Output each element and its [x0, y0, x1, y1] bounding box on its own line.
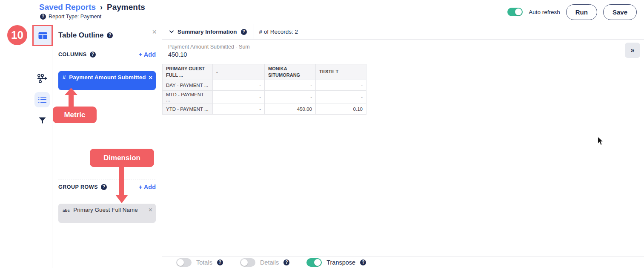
- help-icon[interactable]: ?: [40, 14, 46, 20]
- metric-summary-name: Payment Amount Submitted - Sum: [168, 44, 250, 50]
- details-label: Details: [260, 259, 279, 266]
- transpose-label: Transpose: [326, 259, 355, 266]
- dimension-chip-primary-guest-full-name[interactable]: abc Primary Guest Full Name ×: [58, 204, 156, 223]
- table-cell: -: [213, 90, 265, 104]
- transpose-toggle-group: Transpose ?: [306, 258, 366, 267]
- column-header[interactable]: TESTE T: [316, 64, 366, 80]
- top-header: Saved Reports › Payments ? Report Type: …: [0, 0, 644, 24]
- dimension-annotation-callout: Dimension: [90, 149, 154, 167]
- report-type-row: ? Report Type: Payment: [40, 14, 101, 20]
- filter-nav-button[interactable]: [32, 117, 52, 124]
- numeric-field-icon: #: [63, 74, 66, 81]
- toggle-knob: [241, 259, 248, 266]
- help-icon[interactable]: ?: [107, 32, 113, 38]
- dimension-chip-label: Primary Guest Full Name: [73, 206, 146, 214]
- transpose-toggle[interactable]: [306, 258, 322, 267]
- summary-title: Summary Information: [177, 29, 237, 35]
- breadcrumb-separator-icon: ›: [100, 3, 103, 12]
- totals-label: Totals: [196, 259, 212, 266]
- table-header-row: PRIMARY GUEST FULL ... - MONIKA SITUMORA…: [163, 64, 366, 80]
- filter-icon: [39, 117, 46, 124]
- breadcrumb: Saved Reports › Payments: [39, 3, 145, 12]
- group-rows-label: GROUP ROWS: [58, 184, 98, 190]
- table-icon: [38, 32, 47, 39]
- columns-add-button[interactable]: + Add: [139, 51, 156, 58]
- table-cell: -: [213, 104, 265, 114]
- metric-arrow-head: [65, 88, 77, 95]
- breadcrumb-saved-reports-link[interactable]: Saved Reports: [39, 3, 96, 12]
- remove-dimension-icon[interactable]: ×: [149, 206, 152, 214]
- save-button[interactable]: Save: [603, 4, 637, 20]
- flow-branch-icon: [37, 74, 48, 84]
- table-cell: -: [316, 90, 366, 104]
- totals-toggle[interactable]: [176, 258, 192, 267]
- help-icon[interactable]: ?: [241, 29, 247, 35]
- table-cell: -: [265, 80, 316, 90]
- chevron-down-icon: [169, 30, 174, 33]
- metric-chip-label: Payment Amount Submitted: [69, 74, 146, 81]
- columns-label: COLUMNS: [58, 52, 87, 58]
- help-icon[interactable]: ?: [90, 52, 96, 58]
- left-icon-rail: [32, 24, 52, 268]
- dimension-arrow-shaft: [119, 166, 124, 195]
- text-field-icon: abc: [63, 208, 70, 213]
- table-outline-nav-button[interactable]: [32, 25, 53, 46]
- metric-summary-card: Payment Amount Submitted - Sum 450.10: [168, 44, 250, 58]
- remove-metric-icon[interactable]: ×: [149, 74, 152, 81]
- help-icon[interactable]: ?: [360, 259, 366, 265]
- column-header[interactable]: MONIKA SITUMORANG: [265, 64, 316, 80]
- details-toggle[interactable]: [240, 258, 255, 267]
- header-actions: Auto refresh Run Save: [507, 3, 637, 20]
- metric-chip-payment-amount-submitted[interactable]: # Payment Amount Submitted ×: [58, 71, 156, 90]
- table-cell: 450.00: [265, 104, 316, 114]
- results-table: PRIMARY GUEST FULL ... - MONIKA SITUMORA…: [162, 64, 366, 115]
- metric-summary-value: 450.10: [168, 51, 250, 58]
- summary-information-toggle[interactable]: Summary Information ?: [162, 24, 247, 39]
- list-nav-button[interactable]: [34, 92, 50, 107]
- group-rows-add-button[interactable]: + Add: [139, 184, 156, 190]
- pivot-nav-button[interactable]: [32, 74, 52, 84]
- group-rows-section-header: GROUP ROWS ? + Add: [58, 184, 156, 190]
- step-number-badge: 10: [7, 25, 27, 45]
- report-type-label: Report Type: Payment: [49, 14, 101, 20]
- table-cell: 0.10: [316, 104, 366, 114]
- table-cell: -: [265, 90, 316, 104]
- panel-title-row: Table Outline ?: [58, 31, 113, 40]
- row-label: YTD - PAYMENT ...: [163, 104, 213, 114]
- row-label: DAY - PAYMENT ...: [163, 80, 213, 90]
- list-icon: [38, 96, 46, 103]
- summary-information-bar: Summary Information ? # of Records: 2: [162, 24, 644, 40]
- table-row: MTD - PAYMENT ... - - -: [163, 90, 366, 104]
- help-icon[interactable]: ?: [217, 259, 223, 265]
- metric-annotation-callout: Metric: [53, 107, 97, 123]
- breadcrumb-current-page: Payments: [107, 3, 145, 12]
- table-options-bar: Totals ? Details ? Transpose ?: [162, 256, 644, 268]
- toggle-knob: [177, 259, 184, 266]
- panel-section-divider: [58, 179, 155, 179]
- row-label: MTD - PAYMENT ...: [163, 90, 213, 104]
- report-builder-screen: Saved Reports › Payments ? Report Type: …: [0, 0, 644, 268]
- column-header[interactable]: PRIMARY GUEST FULL ...: [163, 64, 213, 80]
- record-count: # of Records: 2: [254, 29, 298, 35]
- dimension-arrow-head: [115, 195, 128, 203]
- collapse-panel-button[interactable]: »: [625, 43, 640, 58]
- auto-refresh-toggle[interactable]: [507, 8, 523, 16]
- rail-divider: [36, 56, 49, 56]
- help-icon[interactable]: ?: [283, 259, 289, 265]
- toggle-knob: [515, 9, 522, 15]
- column-header[interactable]: -: [213, 64, 265, 80]
- double-chevron-right-icon: »: [631, 46, 635, 54]
- details-toggle-group: Details ?: [240, 258, 289, 267]
- columns-section-header: COLUMNS ? + Add: [58, 51, 156, 58]
- help-icon[interactable]: ?: [101, 184, 107, 190]
- mouse-cursor: [597, 136, 604, 146]
- table-row: DAY - PAYMENT ... - - -: [163, 80, 366, 90]
- panel-title: Table Outline: [58, 31, 103, 40]
- table-outline-panel: Table Outline ? × COLUMNS ? + Add # Paym…: [52, 24, 162, 268]
- totals-toggle-group: Totals ?: [176, 258, 223, 267]
- panel-close-icon[interactable]: ×: [152, 28, 157, 37]
- run-button[interactable]: Run: [566, 4, 597, 20]
- table-cell: -: [213, 80, 265, 90]
- metric-arrow-shaft: [69, 95, 74, 107]
- table-cell: -: [316, 80, 366, 90]
